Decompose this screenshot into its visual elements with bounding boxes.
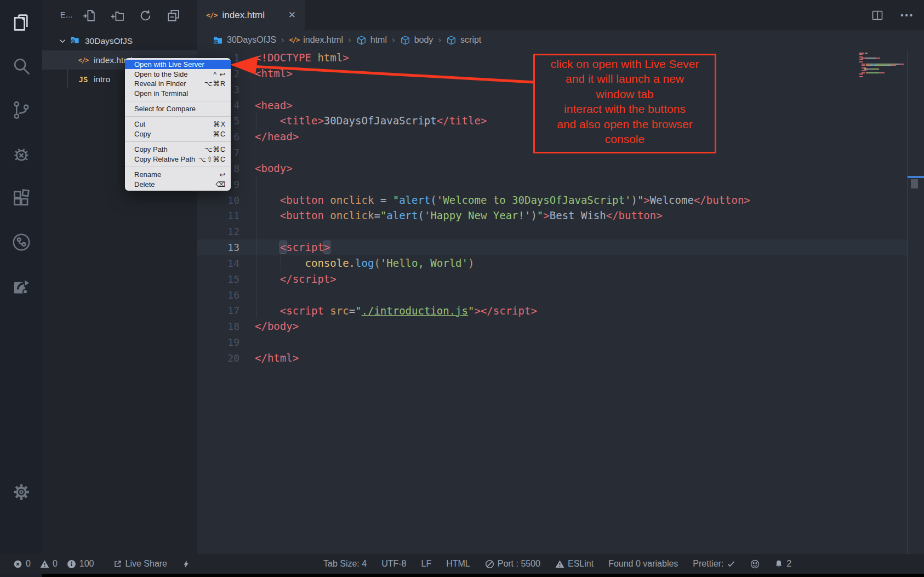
code-line-13[interactable]: 13 <script> [197,239,907,255]
status-bar: 00100Live Share Tab Size: 4UTF-8LFHTMLPo… [0,554,924,574]
status-label: Tab Size: 4 [323,559,367,569]
menu-item-label: Copy Path [134,145,168,153]
bolt-icon [182,560,190,568]
code-line-20[interactable]: 20</html> [197,350,907,366]
line-number: 19 [197,336,239,348]
status-tab-size[interactable]: Tab Size: 4 [323,559,367,569]
status-live-share[interactable]: Live Share [113,559,168,569]
warning-icon [40,559,49,569]
cube-icon [356,35,367,45]
status-eol[interactable]: LF [421,559,431,569]
tab-index-html[interactable]: </> index.html ✕ [197,0,305,30]
tree-item-30daysofjs[interactable]: 30DaysOfJS [42,31,197,50]
split-editor-icon[interactable] [871,9,884,22]
source-control-icon[interactable] [10,99,32,121]
menu-item-shortcut: ⌥⇧⌘C [198,155,226,163]
menu-item-shortcut: ^ ↩ [213,70,226,78]
code-line-9[interactable]: 9 [197,176,907,192]
status-bolt[interactable] [182,560,190,568]
code-line-12[interactable]: 12 [197,224,907,239]
code-line-14[interactable]: 14 console.log('Hello, World') [197,255,907,271]
extensions-icon[interactable] [10,187,32,209]
code-line-17[interactable]: 17 <script src="./introduction.js"></scr… [197,303,907,319]
code-line-18[interactable]: 18</body> [197,318,907,334]
status-prettier[interactable]: Prettier: [693,559,735,569]
menu-item-copy-relative-path[interactable]: Copy Relative Path⌥⇧⌘C [125,154,231,164]
line-number: 15 [197,273,239,285]
tab-close-icon[interactable]: ✕ [288,9,296,21]
code-line-19[interactable]: 19 [197,334,907,350]
status-encoding[interactable]: UTF-8 [381,559,406,569]
menu-item-copy[interactable]: Copy⌘C [125,129,231,139]
code-text: <title>30DaysOfJavaScript</title> [255,113,487,129]
collapse-all-icon[interactable] [166,8,181,23]
more-actions-icon[interactable]: ••• [900,10,914,20]
minimap[interactable] [859,53,906,77]
html-file-icon: </> [289,36,299,44]
code-line-10[interactable]: 10 <button onclick = "alert('Welcome to … [197,192,907,208]
code-text: <head> [255,98,293,113]
breadcrumb-item-script[interactable]: script [446,35,481,45]
status-eslint[interactable]: ESLint [555,559,594,569]
menu-item-select-for-compare[interactable]: Select for Compare [125,104,231,114]
new-file-icon[interactable] [82,8,97,23]
annotation-text-line: click on open with Live Sever [535,56,715,71]
status-live-server-port[interactable]: Port : 5500 [485,559,540,569]
code-line-15[interactable]: 15 </script> [197,271,907,287]
scrollbar-thumb[interactable] [911,179,918,188]
menu-item-reveal-in-finder[interactable]: Reveal in Finder⌥⌘R [125,79,231,89]
status-label: UTF-8 [381,559,406,569]
menu-item-open-in-terminal[interactable]: Open in Terminal [125,89,231,99]
cube-icon [400,35,410,45]
menu-item-delete[interactable]: Delete⌫ [125,179,231,189]
debug-icon[interactable] [10,144,32,165]
share-icon[interactable] [10,275,32,297]
status-variables-count[interactable]: Found 0 variables [608,559,678,569]
line-number: 13 [197,242,239,253]
menu-item-open-with-live-server[interactable]: Open with Live Server [125,60,231,70]
code-line-16[interactable]: 16 [197,287,907,303]
menu-item-label: Copy Relative Path [134,155,195,163]
line-number: 10 [197,195,239,206]
menu-item-label: Select for Compare [134,105,196,113]
context-menu: Open with Live ServerOpen to the Side^ ↩… [125,58,231,191]
breadcrumb-label: script [460,35,481,45]
status-notifications-bell[interactable]: 2 [774,559,791,569]
menu-item-shortcut: ↩ [220,170,226,179]
refresh-icon[interactable] [138,8,153,23]
menu-item-cut[interactable]: Cut⌘X [125,119,231,129]
menu-item-open-to-the-side[interactable]: Open to the Side^ ↩ [125,69,231,79]
status-language-mode[interactable]: HTML [446,559,470,569]
explorer-icon[interactable] [10,12,32,33]
breadcrumb-item-30daysofjs[interactable]: 30DaysOfJS [213,35,276,45]
status-warnings[interactable]: 0 [40,559,58,569]
status-errors[interactable]: 0 [13,559,31,569]
menu-separator [125,116,231,117]
status-label: 0 [26,559,31,569]
chevron-down-icon[interactable] [58,36,67,46]
menu-item-copy-path[interactable]: Copy Path⌥⌘C [125,145,231,155]
breadcrumb-label: index.html [303,35,343,45]
status-label: Prettier: [693,559,723,569]
breadcrumb-item-index-html[interactable]: </>index.html [289,35,343,45]
annotation-text-line: interact with the buttons [535,101,715,116]
breadcrumb-item-body[interactable]: body [400,35,434,45]
warning-icon [555,559,564,569]
menu-item-rename[interactable]: Rename↩ [125,169,231,179]
search-icon[interactable] [10,55,32,77]
menu-item-label: Open in Terminal [134,89,188,98]
status-feedback-smiley[interactable] [750,559,760,569]
code-line-11[interactable]: 11 <button onclick="alert('Happy New Yea… [197,208,907,224]
menu-separator [125,101,231,101]
menu-separator [125,167,231,167]
smiley-icon [750,559,760,569]
menu-item-label: Open with Live Server [134,60,204,68]
code-line-8[interactable]: 8<body> [197,161,907,176]
new-folder-icon[interactable] [110,8,125,23]
breadcrumb-item-html[interactable]: html [356,35,387,45]
status-label: 2 [786,559,791,569]
settings-gear-icon[interactable] [10,481,32,503]
live-share-icon[interactable] [10,231,32,253]
status-info-count[interactable]: 100 [67,559,94,569]
breadcrumb-separator: › [348,35,351,45]
